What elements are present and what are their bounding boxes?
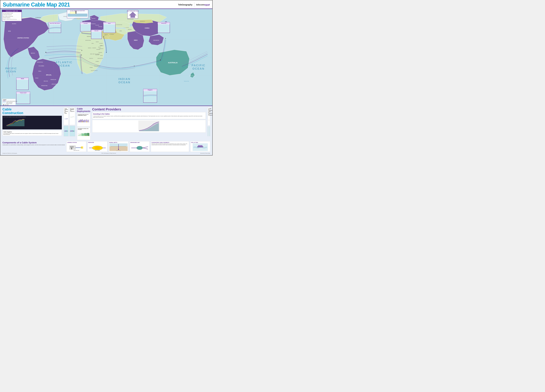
uruguay-label: URUGUAY: [51, 84, 57, 85]
legend-dot-1: [3, 104, 4, 105]
repeater-diagram: REPEATER Signal Amplifier: [87, 141, 107, 152]
indian-ocean-label: INDIAN: [118, 78, 130, 81]
pacific-ocean-e-label2: OCEAN: [192, 67, 204, 70]
construction-cost-title: CONSTRUCTION COST OF SUBMARINE CABLES: [78, 114, 90, 116]
egypt-inset-map: [104, 24, 115, 33]
telegeography-logo: TeleGeography: [178, 4, 192, 6]
station-nyc: [45, 52, 46, 53]
mini-world-map-1: [64, 126, 69, 136]
share-chart-label: SHARE OF CONSTRUCTION COST BY COMMUNITY …: [208, 108, 209, 116]
ship-cabin: [70, 12, 76, 14]
length-chart-title: LENGTH AND NUMBER OF NEW CABLES ENTERING…: [3, 116, 61, 117]
india-label: INDIA: [134, 39, 138, 41]
svg-rect-88: [71, 148, 72, 149]
svg-rect-86: [70, 146, 72, 148]
egypt-inset-title: Egypt: [108, 23, 111, 24]
svg-text:Cable Shore End: Cable Shore End: [73, 150, 79, 151]
svg-rect-4: [70, 116, 74, 118]
relative-growth-label: RELATIVE GROWTH OF CAPACITY: [70, 108, 74, 112]
mini-map-2-svg: [70, 126, 75, 136]
cable101-text-line4: specialized equipment.: [3, 18, 11, 18]
share-chart-svg: [208, 116, 209, 124]
svg-line-106: [143, 148, 148, 149]
svg-rect-87: [72, 146, 74, 148]
svg-point-103: [137, 146, 143, 150]
mini-world-map-3: [208, 126, 209, 136]
svg-rect-16: [80, 120, 81, 122]
pacific-ocean-w-label2: OCEAN: [6, 70, 16, 73]
svg-point-94: [94, 146, 100, 149]
content-providers-chart: [92, 120, 206, 133]
cable-length-chart-svg: [3, 118, 25, 128]
svg-rect-42: [87, 133, 88, 136]
svg-rect-14: [78, 121, 79, 122]
svg-rect-24: [87, 120, 88, 122]
newyork-inset-title: New York / New Jersey: [50, 23, 60, 24]
tanzania2-label: TANZANIA: [96, 49, 100, 50]
cable-construction-area: Cable Construction LENGTH AND NUMBER OF …: [2, 108, 62, 136]
cable-deployments-col: CableDeployments CONSTRUCTION COST OF SU…: [77, 108, 90, 140]
svg-text:0.5-1m depth: 0.5-1m depth: [116, 151, 121, 151]
egypt-part: egypt: [204, 4, 210, 6]
map-section: UNITED STATES U.S. CANADA ALASKA GREENLA…: [0, 9, 212, 106]
bolivia-label: BOLIVIA: [44, 81, 48, 82]
svg-rect-41: [87, 133, 87, 136]
cable-construction-title: Cable Construction: [2, 108, 62, 115]
cable101-text-line3: shore, cables are buried using: [3, 16, 13, 17]
namibia-label: NAMIBIA: [90, 67, 93, 68]
chile-label: CHILE: [35, 78, 38, 78]
mexico-label: MEXICO: [31, 53, 35, 54]
guaranteed-text: Submarine cables are divided into segmen…: [152, 143, 188, 145]
suppliers-title: Cable Suppliers: [3, 131, 61, 133]
indonesia-label: INDONESIA: [153, 40, 159, 41]
burial-depth-title: BURIAL DEPTH: [109, 142, 128, 143]
bottom-section: Cable Construction LENGTH AND NUMBER OF …: [0, 106, 212, 155]
newyork-inset-map: [49, 24, 61, 33]
sa-label: SOUTH AFRICA: [91, 70, 98, 71]
svg-rect-91: [81, 146, 83, 149]
sweden-label: SWEDEN: [91, 18, 95, 19]
hk-inset-title: Hong Kong: [161, 23, 166, 24]
still-at-sea-svg: [191, 143, 209, 151]
finland-label: FINLAND: [88, 17, 92, 18]
header: Submarine Cable Map 2021 TeleGeography t…: [0, 0, 212, 9]
cable101-text-line2: are laid yearly? Nearer the: [3, 14, 12, 15]
length-number-chart: LENGTH AND NUMBER OF NEW CABLES ENTERING…: [2, 116, 62, 129]
svg-rect-31: [79, 134, 80, 136]
venezuela-label: VENEZUELA: [37, 62, 43, 63]
kenya-label: KENYA: [100, 55, 103, 56]
svg-rect-35: [82, 133, 83, 136]
cable101-title-text: Submarine Cable 101: [6, 10, 18, 12]
peru-label: PERU: [38, 71, 41, 72]
indian-ocean-label2: OCEAN: [118, 81, 130, 84]
components-title: Components of a Cable System: [2, 141, 65, 144]
svg-rect-45: [84, 135, 85, 136]
ethiopia-label: ETHIOPIA: [99, 43, 103, 44]
pacific-ocean-e-label: PACIFIC: [192, 64, 205, 67]
guaranteed-title: GUARANTEED CABLE SEGMENTS: [152, 142, 188, 143]
burial-depth-diagram: BURIAL DEPTH 0.5-1m depth: [109, 141, 129, 152]
mali-label: MALI: [92, 43, 94, 44]
atlantic-crossings-svg: [78, 130, 90, 139]
argentina-label: ARGENTINA: [41, 85, 48, 86]
nigeria-label: NIGERIA: [92, 48, 96, 48]
svg-text:Signal Amplifier: Signal Amplifier: [95, 150, 100, 151]
svg-rect-44: [89, 133, 89, 136]
burial-svg: 0.5-1m depth: [109, 143, 128, 151]
marseille-inset-title: Marseille: [95, 30, 99, 31]
repeater-svg: Signal Amplifier: [88, 143, 107, 151]
construction-cost-svg: [78, 116, 90, 125]
landing-station-svg: Cable Shore End: [67, 143, 86, 151]
total-length-svg: [64, 114, 68, 124]
svg-rect-22: [85, 120, 86, 122]
alaska-label: ALASKA: [12, 23, 16, 24]
marseille-inset-map: [91, 32, 101, 39]
attribution-bar: Designed and Published by TeleGeography …: [2, 153, 210, 154]
ship-icon-group: DO THE CABLES LIE ON THE BOTTOM?: [67, 10, 88, 18]
legend-item-2-label: Under construction: [6, 102, 12, 103]
florida-inset-title: Southern Florida: [20, 92, 27, 93]
svg-rect-17: [81, 120, 82, 122]
svg-rect-39: [85, 133, 86, 136]
landing-station-title: LANDING STATION: [67, 142, 86, 143]
svg-rect-109: [197, 146, 203, 147]
